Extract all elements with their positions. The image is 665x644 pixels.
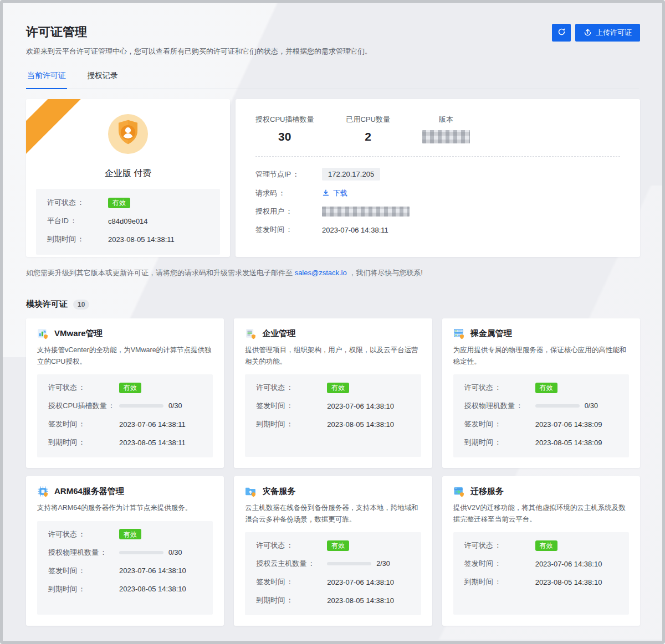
license-stat-label: 版本 [422, 115, 470, 125]
edition-name: 企业版 付费 [105, 168, 151, 179]
license-stat: 已用CPU数量2 [346, 115, 390, 144]
info-row-label: 签发时间 [464, 419, 535, 429]
progress-bar [535, 404, 580, 408]
info-row: 到期时间2023-08-05 14:38:10 [256, 595, 410, 606]
module-card-header: 迁移服务 [453, 486, 629, 497]
upgrade-note-suffix: ，我们将尽快与您联系! [347, 269, 423, 277]
module-card-header: ARM64服务器管理 [37, 486, 213, 497]
progress-text: 0/30 [585, 402, 598, 410]
info-row-value: 2023-07-06 14:38:10 [327, 402, 394, 410]
module-card: 企业管理提供管理项目，组织架构，用户，权限，以及云平台运营相关的功能。许可状态有… [234, 318, 432, 468]
info-row-label: 请求码 [255, 188, 322, 198]
info-row: 许可状态有效 [48, 382, 202, 393]
module-card-description: 为应用提供专属的物理服务器，保证核心应用的高性能和稳定性。 [453, 344, 629, 367]
status-badge: 有效 [327, 540, 349, 551]
upload-button-label: 上传许可证 [596, 28, 632, 38]
module-card-header: 企业管理 [245, 328, 421, 339]
info-row: 到期时间2023-08-05 14:38:11 [47, 234, 209, 245]
license-detail-card: 授权CPU插槽数量30已用CPU数量2版本 管理节点IP172.20.17.20… [236, 99, 640, 257]
info-row-value: 2023-08-05 14:38:11 [119, 439, 186, 447]
info-row-label: 许可状态 [47, 198, 108, 208]
info-row-value: 2023-07-06 14:38:10 [535, 560, 602, 568]
status-badge: 有效 [119, 383, 141, 393]
module-card-title: 企业管理 [262, 328, 295, 339]
module-card-info-box: 许可状态有效签发时间2023-07-06 14:38:10到期时间2023-08… [453, 532, 629, 615]
info-row: 许可状态有效 [48, 529, 202, 540]
info-row: 授权物理机数量0/30 [48, 547, 202, 558]
info-row: 许可状态有效 [256, 540, 410, 551]
edition-info-box: 许可状态有效平台IDc84d09e014到期时间2023-08-05 14:38… [36, 189, 220, 255]
license-stat-value: 2 [346, 130, 390, 144]
progress-bar [119, 404, 163, 408]
refresh-button[interactable] [552, 24, 571, 42]
info-row: 许可状态有效 [464, 382, 618, 393]
info-row-value: 2023-07-06 14:38:10 [327, 578, 394, 586]
download-icon [322, 189, 330, 198]
info-row-value: 2023-08-05 14:38:10 [535, 578, 602, 586]
info-row: 请求码下载 [255, 188, 620, 199]
info-row-label: 签发时间 [48, 419, 119, 429]
info-row-value: 2023-08-05 14:38:10 [327, 596, 394, 605]
info-row-value: 2023-08-05 14:38:10 [327, 420, 394, 429]
module-card-title: VMware管理 [54, 328, 103, 339]
info-row-label: 到期时间 [48, 584, 119, 594]
info-row-value: 2023-08-05 14:38:10 [119, 585, 186, 593]
upgrade-note-text: 如您需要升级到其它版本或更新许可证，请将您的请求码和升级需求发送电子邮件至 [26, 269, 295, 277]
status-badge: 有效 [535, 540, 557, 551]
info-row-label: 签发时间 [255, 225, 322, 235]
upload-license-button[interactable]: 上传许可证 [575, 24, 640, 42]
upload-icon [584, 28, 592, 38]
module-count-badge: 10 [73, 300, 89, 310]
module-grid: VMware管理支持接管vCenter的全功能，为VMware的计算节点提供独立… [26, 318, 640, 626]
module-card: VMware管理支持接管vCenter的全功能，为VMware的计算节点提供独立… [26, 318, 224, 468]
info-row: 授权用户 [255, 206, 620, 217]
progress-row-value: 0/30 [119, 549, 182, 557]
info-row-label: 到期时间 [256, 419, 327, 429]
edition-card: 企业版 付费 许可状态有效平台IDc84d09e014到期时间2023-08-0… [26, 99, 230, 257]
info-row: 授权CPU插槽数量0/30 [48, 400, 202, 411]
download-link[interactable]: 下载 [322, 188, 347, 198]
module-card-info-box: 许可状态有效授权物理机数量0/30签发时间2023-07-06 14:38:09… [453, 374, 629, 457]
info-row-label: 授权云主机数量 [256, 559, 327, 569]
status-badge: 有效 [108, 198, 130, 208]
module-card: 灾备服务云主机数据在线备份到备份服务器，支持本地，跨地域和混合云多种备份场景，数… [234, 476, 432, 626]
license-stat: 授权CPU插槽数量30 [255, 115, 314, 144]
info-row: 签发时间2023-07-06 14:38:10 [48, 565, 202, 576]
module-card-title: ARM64服务器管理 [54, 486, 124, 497]
arm64-icon [37, 486, 49, 497]
info-row-label: 签发时间 [48, 566, 119, 576]
info-row: 签发时间2023-07-06 14:38:09 [464, 419, 618, 430]
module-card-header: 裸金属管理 [453, 328, 629, 339]
info-row-value: 2023-07-06 14:38:09 [535, 420, 602, 429]
info-row-value: 2023-08-05 14:38:11 [108, 235, 175, 244]
module-card-description: 支持接管vCenter的全功能，为VMware的计算节点提供独立的CPU授权。 [37, 344, 213, 367]
info-row: 许可状态有效 [464, 540, 618, 551]
tab-authorization-records[interactable]: 授权记录 [86, 71, 119, 89]
module-card-info-box: 许可状态有效授权CPU插槽数量0/30签发时间2023-07-06 14:38:… [37, 374, 213, 457]
info-row-label: 授权用户 [255, 207, 322, 217]
module-section-title: 模块许可证 [26, 299, 68, 310]
enterprise-icon [245, 328, 257, 339]
info-row: 到期时间2023-08-05 14:38:10 [48, 584, 202, 595]
license-stat-label: 已用CPU数量 [346, 115, 390, 125]
info-row: 签发时间2023-07-06 14:38:10 [256, 576, 410, 588]
sales-email-link[interactable]: sales@zstack.io [295, 269, 347, 277]
page-subtitle: 欢迎来到云平台许可证管理中心，您可以查看所有已购买的许可证和它们的状态，并根据您… [26, 47, 640, 56]
module-card-title: 迁移服务 [470, 486, 504, 497]
info-row-label: 到期时间 [464, 577, 535, 587]
module-card-description: 云主机数据在线备份到备份服务器，支持本地，跨地域和混合云多种备份场景，数据更可靠… [245, 502, 421, 525]
info-row-label: 签发时间 [464, 559, 535, 569]
info-row-label: 授权物理机数量 [464, 401, 535, 411]
disaster-recovery-icon [245, 486, 257, 497]
module-card-title: 裸金属管理 [470, 328, 512, 339]
module-card-info-box: 许可状态有效授权云主机数量2/30签发时间2023-07-06 14:38:10… [245, 532, 421, 615]
license-stat-label: 授权CPU插槽数量 [255, 115, 314, 125]
info-row-label: 授权CPU插槽数量 [48, 401, 119, 411]
refresh-icon [557, 28, 566, 38]
info-row-label: 签发时间 [256, 401, 327, 411]
module-section-header: 模块许可证 10 [26, 299, 640, 310]
vmware-icon [37, 328, 49, 339]
module-card-header: 灾备服务 [245, 486, 421, 497]
tab-current-licenses[interactable]: 当前许可证 [26, 71, 67, 89]
progress-text: 2/30 [376, 560, 390, 568]
